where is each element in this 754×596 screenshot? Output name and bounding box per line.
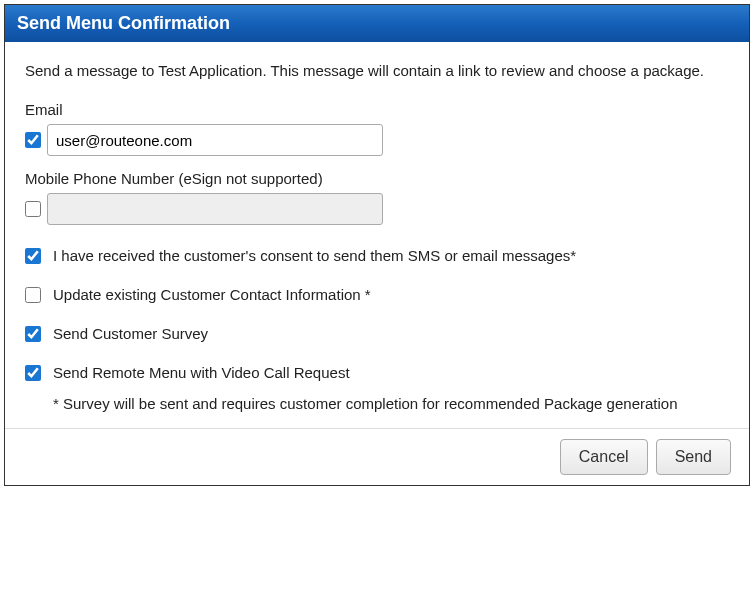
survey-note: * Survey will be sent and requires custo… [53, 395, 729, 412]
phone-label: Mobile Phone Number (eSign not supported… [25, 170, 729, 187]
consent-checkbox[interactable] [25, 248, 41, 264]
update-contact-row: Update existing Customer Contact Informa… [25, 286, 729, 303]
update-contact-label: Update existing Customer Contact Informa… [53, 286, 371, 303]
survey-row: Send Customer Survey [25, 325, 729, 342]
survey-checkbox[interactable] [25, 326, 41, 342]
survey-label: Send Customer Survey [53, 325, 208, 342]
send-button[interactable]: Send [656, 439, 731, 475]
video-call-label: Send Remote Menu with Video Call Request [53, 364, 350, 381]
video-call-row: Send Remote Menu with Video Call Request [25, 364, 729, 381]
video-call-checkbox[interactable] [25, 365, 41, 381]
phone-input[interactable] [47, 193, 383, 225]
update-contact-checkbox[interactable] [25, 287, 41, 303]
email-checkbox[interactable] [25, 132, 41, 148]
send-menu-confirmation-dialog: Send Menu Confirmation Send a message to… [4, 4, 750, 486]
email-input[interactable] [47, 124, 383, 156]
dialog-body: Send a message to Test Application. This… [5, 42, 749, 428]
dialog-title: Send Menu Confirmation [5, 5, 749, 42]
consent-label: I have received the customer's consent t… [53, 247, 576, 264]
email-field-group: Email [25, 101, 729, 156]
phone-checkbox[interactable] [25, 201, 41, 217]
consent-row: I have received the customer's consent t… [25, 247, 729, 264]
dialog-footer: Cancel Send [5, 428, 749, 485]
intro-text: Send a message to Test Application. This… [25, 60, 729, 81]
phone-field-group: Mobile Phone Number (eSign not supported… [25, 170, 729, 225]
cancel-button[interactable]: Cancel [560, 439, 648, 475]
email-label: Email [25, 101, 729, 118]
